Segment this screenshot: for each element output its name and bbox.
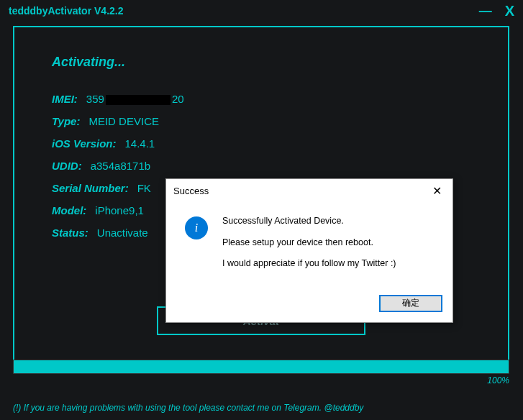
dialog-title: Success — [173, 186, 209, 196]
ios-value: 14.4.1 — [124, 137, 155, 150]
success-dialog: Success ✕ i Successfully Activated Devic… — [165, 178, 453, 323]
status-value: Unactivate — [97, 227, 148, 239]
imei-suffix: 20 — [172, 93, 184, 105]
app-title: tedddbyActivator V4.2.2 — [9, 5, 124, 17]
dialog-msg2: Please setup your device then reboot. — [222, 237, 396, 250]
ios-label: iOS Version: — [52, 137, 116, 150]
dialog-msg1: Successfully Activated Device. — [222, 215, 396, 228]
progress-container: 100% — [13, 360, 509, 385]
dialog-footer: 确定 — [166, 288, 452, 322]
udid-row: UDID: a354a8171b — [52, 160, 508, 172]
imei-value: 35920 — [86, 93, 184, 105]
type-label: Type: — [52, 115, 80, 127]
progress-bar — [13, 360, 509, 374]
dialog-messages: Successfully Activated Device. Please se… — [222, 215, 396, 270]
type-value: MEID DEVICE — [88, 115, 159, 127]
progress-text: 100% — [13, 375, 509, 385]
imei-prefix: 359 — [86, 93, 104, 105]
status-label: Status: — [52, 227, 88, 239]
dialog-body: i Successfully Activated Device. Please … — [166, 202, 452, 288]
dialog-titlebar: Success ✕ — [166, 179, 452, 202]
titlebar-controls: — X — [479, 4, 514, 18]
imei-label: IMEI: — [52, 93, 78, 105]
footer-note: (!) If you are having problems with usin… — [13, 403, 363, 413]
serial-value: FK — [137, 182, 151, 194]
serial-label: Serial Number: — [52, 182, 129, 194]
dialog-close-icon[interactable]: ✕ — [428, 184, 445, 198]
imei-redacted — [106, 95, 170, 105]
activating-header: Activating... — [52, 55, 508, 70]
ios-row: iOS Version: 14.4.1 — [52, 137, 508, 150]
model-value: iPhone9,1 — [95, 204, 144, 216]
imei-row: IMEI: 35920 — [52, 93, 508, 105]
model-label: Model: — [52, 204, 86, 216]
minimize-icon[interactable]: — — [479, 4, 492, 17]
type-row: Type: MEID DEVICE — [52, 115, 508, 127]
dialog-msg3: I would appreciate if you follow my Twit… — [222, 257, 396, 270]
ok-button[interactable]: 确定 — [379, 295, 442, 312]
titlebar: tedddbyActivator V4.2.2 — X — [0, 0, 523, 22]
info-icon: i — [185, 216, 208, 239]
udid-label: UDID: — [52, 160, 82, 172]
udid-value: a354a8171b — [91, 160, 150, 172]
close-icon[interactable]: X — [505, 4, 514, 18]
